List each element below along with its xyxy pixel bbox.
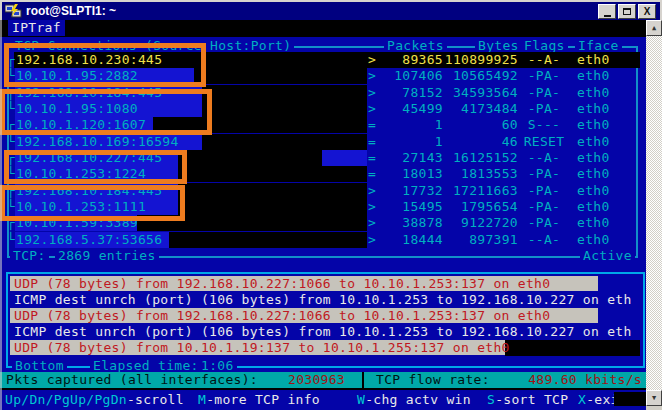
tcp-footer-label: TCP: [10,248,49,264]
menu-key: M [198,392,206,407]
packets-value: 18444 [378,232,443,248]
udp-message-text: UDP (78 bytes) from 192.168.10.227:1066 … [14,276,550,292]
packets-value: 45499 [378,101,443,117]
packets-value: 89365 [378,52,443,68]
menu-key: Up/Dn/PgUp/PgDn [5,392,127,407]
iface-value: eth0 [577,134,610,150]
direction-symbol: > [368,68,376,84]
flags-value: RESET [520,134,568,150]
redaction-bar [194,68,367,84]
tcp-active-badge: Active [580,248,635,264]
menu-key: X [578,392,586,407]
redaction-bar [169,232,367,248]
maximize-button[interactable] [618,4,636,19]
direction-symbol: = [368,117,376,133]
udp-message-text: UDP (78 bytes) from 10.10.1.19:137 to 10… [14,340,510,356]
menu-desc: -scroll [127,392,184,407]
iface-value: eth0 [577,52,610,68]
udp-message: UDP (78 bytes) from 192.168.10.227:1066 … [0,276,646,292]
redaction-bar [178,183,367,199]
bytes-value: 4173484 [444,101,518,117]
flags-value: --A- [520,150,568,166]
scrollbar-corner [646,406,662,410]
bytes-value: 60 [444,117,518,133]
tcp-flow-rate-value: 489.60 kbits/s [520,372,642,388]
icmp-message-text: ICMP dest unrch (port) (106 bytes) from … [14,292,632,308]
bytes-value: 10565492 [444,68,518,84]
menu-item: W-chg actv win [357,392,471,408]
redaction-bar [202,101,367,117]
direction-symbol: > [368,101,376,117]
maximize-icon [623,8,631,15]
scroll-down-button[interactable]: ▼ [646,390,662,406]
terminal-screen[interactable]: IPTraf TCP Connections (Source Host:Port… [0,20,646,410]
minimize-button[interactable] [598,4,616,19]
pkts-captured-label: Pkts captured (all interfaces): [6,372,258,388]
menu-item: Up/Dn/PgUp/PgDn-scroll [5,392,184,408]
flags-value: --A- [520,52,568,68]
udp-message: UDP (78 bytes) from 192.168.10.227:1066 … [0,308,646,324]
direction-symbol: > [368,183,376,199]
udp-message: UDP (78 bytes) from 10.10.1.19:137 to 10… [0,340,646,356]
putty-window: root@SLPTI1: ~ X IPTraf TCP Connections … [0,0,662,410]
bytes-value: 17211663 [444,183,518,199]
status-divider [362,372,364,388]
flags-value: -PA- [520,101,568,117]
flags-value: -PA- [520,68,568,84]
direction-symbol: > [368,215,376,231]
close-icon: X [644,7,651,17]
tcp-row: └192.168.10.169:16594=146RESETeth0 [0,134,646,150]
bytes-value: 9122720 [444,215,518,231]
tcp-footer: TCP: 2869 entries Active [0,248,646,264]
direction-symbol: = [368,166,376,182]
bytes-value: 34593564 [444,85,518,101]
bytes-value: 16125152 [444,150,518,166]
annotation-highlight-box [0,89,212,135]
redaction-bar [178,199,367,215]
redaction-bar [178,166,367,182]
packets-value: 15495 [378,199,443,215]
iface-value: eth0 [577,183,610,199]
annotation-highlight-box [4,150,187,184]
iface-value: eth0 [577,232,610,248]
icmp-message: ICMP dest unrch (port) (106 bytes) from … [0,292,646,308]
iface-value: eth0 [577,215,610,231]
menu-desc: -chg actv win [365,392,471,407]
annotation-highlight-box [4,43,206,87]
iface-value: eth0 [577,199,610,215]
minimize-icon [604,15,611,17]
tcp-row: └192.168.5.37:53656>18444897391--A-eth0 [0,232,646,248]
direction-symbol: > [368,232,376,248]
iface-value: eth0 [577,117,610,133]
packets-value: 27143 [378,150,443,166]
iface-value: eth0 [577,150,610,166]
window-left-border [0,0,2,410]
bytes-value: 110899925 [444,52,518,68]
packets-value: 1 [378,117,443,133]
scrollbar[interactable]: ▲ ▼ [646,20,662,410]
flags-value: --A- [520,232,568,248]
direction-symbol: = [368,134,376,150]
menu-key: W [357,392,365,407]
udp-message-text: UDP (78 bytes) from 192.168.10.227:1066 … [14,308,550,324]
icmp-message-text: ICMP dest unrch (port) (106 bytes) from … [14,324,632,340]
menu-redaction [614,392,646,406]
titlebar[interactable]: root@SLPTI1: ~ X [0,0,662,20]
connection-address: 192.168.10.169:16594 [16,134,179,150]
putty-icon [5,4,22,19]
redaction-bar [178,150,322,166]
pkts-captured-value: 2030963 [260,372,345,388]
bytes-value: 897391 [444,232,518,248]
packets-value: 18013 [378,166,443,182]
scroll-up-button[interactable]: ▲ [646,20,662,36]
close-button[interactable]: X [638,4,656,19]
flags-value: -PA- [520,166,568,182]
iface-value: eth0 [577,166,610,182]
pair-bracket: └ [7,232,15,248]
packets-value: 38878 [378,215,443,231]
packets-value: 107406 [378,68,443,84]
connection-address: 192.168.5.37:53656 [16,232,162,248]
pair-bracket: └ [7,134,15,150]
redaction-bar [202,85,367,101]
flags-value: S--- [520,117,568,133]
